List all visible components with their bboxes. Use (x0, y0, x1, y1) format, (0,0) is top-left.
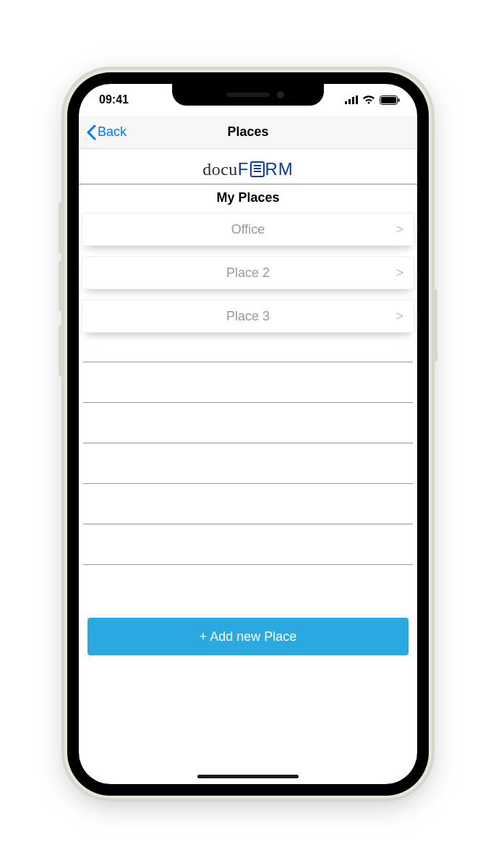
section-title: My Places (79, 184, 417, 213)
place-row[interactable]: Place 3 > (82, 299, 414, 333)
chevron-left-icon (86, 124, 96, 140)
back-button[interactable]: Back (86, 124, 127, 140)
place-label: Place 3 (226, 309, 270, 324)
divider (83, 402, 413, 443)
svg-rect-5 (381, 97, 396, 103)
status-time: 09:41 (99, 93, 129, 106)
chevron-right-icon: > (395, 309, 403, 324)
speaker-grille (226, 93, 270, 97)
phone-frame: 09:41 Back Places (67, 72, 429, 796)
divider (83, 524, 413, 564)
svg-rect-2 (352, 97, 354, 104)
back-label: Back (98, 124, 127, 140)
svg-rect-6 (398, 98, 400, 102)
front-camera (277, 91, 284, 98)
brand-logo: docuFRM (79, 149, 417, 184)
brand-f: F (238, 159, 249, 179)
place-label: Office (231, 222, 265, 237)
place-label: Place 2 (226, 265, 270, 281)
battery-icon (380, 95, 400, 105)
place-row[interactable]: Office > (82, 213, 414, 246)
divider (83, 483, 413, 524)
svg-rect-3 (356, 95, 358, 104)
add-button-label: + Add new Place (200, 629, 297, 644)
divider (83, 362, 413, 402)
divider (83, 564, 413, 605)
brand-suffix: RM (265, 159, 294, 179)
wifi-icon (362, 95, 375, 104)
divider (83, 443, 413, 483)
home-indicator[interactable] (197, 775, 299, 778)
document-icon (250, 161, 265, 177)
status-right (345, 95, 400, 105)
cellular-signal-icon (345, 95, 358, 104)
screen: 09:41 Back Places (79, 84, 417, 784)
brand-prefix: docu (202, 160, 238, 179)
chevron-right-icon: > (395, 222, 403, 237)
notch (172, 84, 324, 106)
chevron-right-icon: > (395, 265, 403, 281)
svg-rect-1 (349, 99, 351, 104)
nav-bar: Back Places (79, 116, 417, 149)
add-new-place-button[interactable]: + Add new Place (87, 618, 409, 655)
empty-rows (79, 362, 417, 605)
svg-rect-0 (345, 101, 347, 104)
place-row[interactable]: Place 2 > (82, 256, 414, 289)
places-list: Office > Place 2 > Place 3 > (79, 213, 417, 343)
page-title: Places (79, 124, 417, 140)
